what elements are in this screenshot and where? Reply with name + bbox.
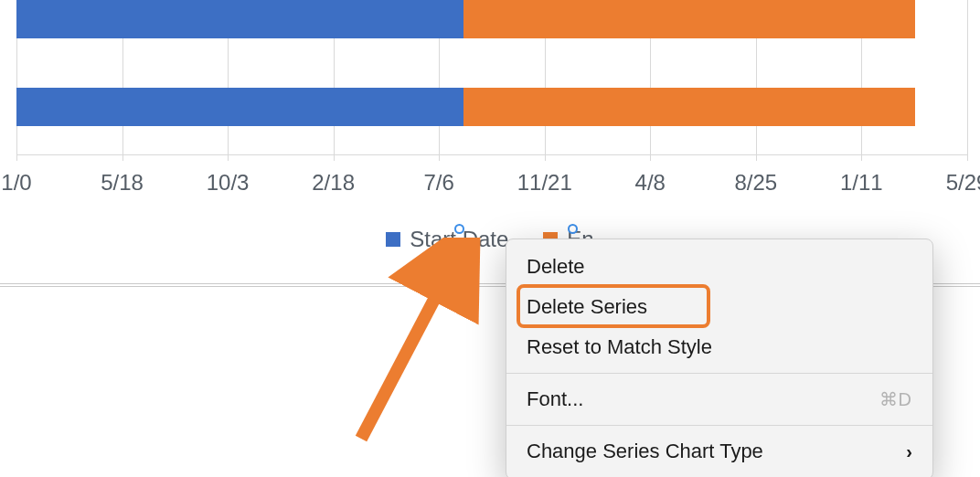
selection-handle[interactable] (454, 224, 464, 234)
annotation-highlight (517, 284, 710, 328)
menu-item-delete[interactable]: Delete (506, 247, 932, 287)
menu-item-label: Reset to Match Style (527, 327, 712, 367)
menu-separator (506, 425, 932, 426)
menu-item-label: Change Series Chart Type (527, 431, 763, 472)
chart-bar-row[interactable] (16, 0, 967, 38)
x-tick-label: 8/25 (734, 170, 777, 196)
context-menu: Delete Delete Series Reset to Match Styl… (506, 238, 933, 477)
x-tick-label: 10/3 (207, 170, 250, 196)
selection-handle[interactable] (568, 224, 578, 234)
x-tick-label: 11/21 (517, 170, 572, 196)
menu-item-label: Font... (527, 379, 583, 419)
bar-segment-end-date[interactable] (463, 88, 915, 126)
menu-separator (506, 373, 932, 374)
bar-segment-start-date[interactable] (16, 0, 463, 38)
x-tick-label: 5/18 (101, 170, 144, 196)
selection-handle[interactable] (454, 253, 464, 263)
chart-x-axis: 1/0 5/18 10/3 2/18 7/6 11/21 4/8 8/25 1/… (16, 170, 967, 197)
legend-swatch-start-date[interactable] (386, 232, 400, 247)
chart-plot-area[interactable] (16, 0, 967, 155)
menu-item-change-series-chart-type[interactable]: Change Series Chart Type › (506, 431, 932, 472)
menu-item-label: Delete (527, 247, 585, 287)
chart-bar-row[interactable] (16, 88, 967, 126)
bar-segment-start-date[interactable] (16, 88, 463, 126)
x-tick-label: 5/29 (946, 170, 980, 196)
x-tick-label: 7/6 (423, 170, 453, 196)
chevron-right-icon: › (906, 431, 912, 472)
x-tick-label: 1/11 (840, 170, 883, 196)
x-tick-label: 1/0 (1, 170, 31, 196)
x-tick-label: 2/18 (312, 170, 355, 196)
menu-item-reset-to-match-style[interactable]: Reset to Match Style (506, 327, 932, 367)
annotation-arrow-icon (338, 238, 494, 448)
x-tick-label: 4/8 (635, 170, 666, 196)
menu-item-shortcut: ⌘D (879, 379, 912, 419)
bar-segment-end-date[interactable] (463, 0, 915, 38)
menu-item-font[interactable]: Font... ⌘D (506, 379, 932, 419)
